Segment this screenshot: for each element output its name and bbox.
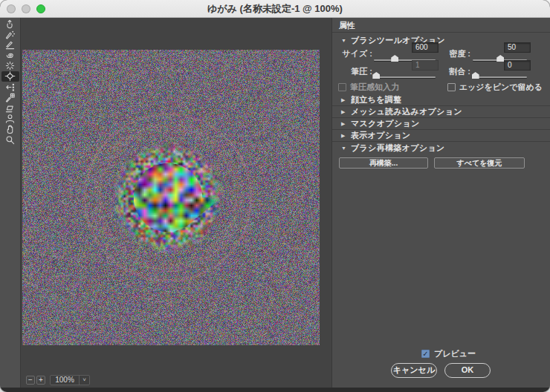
triangle-expanded-icon: ▼ bbox=[341, 38, 349, 43]
stylus-pressure-checkbox: 筆圧感知入力 bbox=[338, 82, 399, 93]
liquify-toolbar bbox=[0, 18, 21, 388]
checkbox-unchecked-icon bbox=[338, 83, 346, 91]
window-title: ゆがみ (名称未設定-1 @ 100%) bbox=[207, 2, 343, 16]
section-mask-options[interactable]: ▶ マスクオプション bbox=[332, 118, 550, 130]
triangle-collapsed-icon: ▶ bbox=[341, 97, 349, 103]
zoom-controls: − + 100% ˅ bbox=[26, 375, 90, 385]
section-load-mesh-options[interactable]: ▶ メッシュ読み込みオプション bbox=[332, 106, 550, 118]
size-label: サイズ : bbox=[337, 48, 372, 59]
close-window-icon[interactable] bbox=[7, 4, 16, 13]
fullscreen-window-icon[interactable] bbox=[36, 4, 45, 13]
cancel-button[interactable]: キャンセル bbox=[391, 363, 437, 378]
reconstruct-button[interactable]: 再構築... bbox=[339, 157, 428, 169]
dialog-body: − + 100% ˅ 属性 ▼ ブラシツールオプション サイズ : 600 密度… bbox=[0, 18, 550, 388]
push-left-tool-button[interactable] bbox=[1, 82, 19, 92]
triangle-collapsed-icon: ▶ bbox=[341, 133, 349, 139]
ok-button[interactable]: OK bbox=[444, 363, 491, 378]
rate-label: 割合 : bbox=[444, 66, 470, 77]
document-canvas[interactable] bbox=[22, 50, 320, 345]
section-view-options[interactable]: ▶ 表示オプション bbox=[332, 130, 550, 142]
triangle-expanded-icon: ▼ bbox=[341, 146, 349, 151]
preview-checkbox[interactable]: ✓ プレビュー bbox=[421, 348, 476, 359]
smooth-tool-button[interactable] bbox=[1, 39, 19, 50]
panel-footer: ✓ プレビュー キャンセル OK bbox=[332, 343, 550, 388]
bloat-tool-button[interactable] bbox=[1, 71, 19, 82]
pressure-slider[interactable] bbox=[374, 72, 436, 79]
triangle-collapsed-icon: ▶ bbox=[341, 121, 349, 127]
minimize-window-icon[interactable] bbox=[22, 4, 30, 13]
pressure-label: 筆圧 : bbox=[337, 66, 372, 77]
zoom-tool-button[interactable] bbox=[1, 134, 19, 145]
liquify-dialog-window: ゆがみ (名称未設定-1 @ 100%) bbox=[0, 0, 550, 392]
panel-title: 属性 bbox=[332, 18, 550, 33]
titlebar: ゆがみ (名称未設定-1 @ 100%) bbox=[0, 0, 550, 18]
thaw-mask-tool-button[interactable] bbox=[1, 103, 19, 114]
twirl-clockwise-tool-button[interactable] bbox=[1, 50, 19, 61]
hand-tool-button[interactable] bbox=[1, 124, 19, 134]
section-brush-reconstruct-options[interactable]: ▼ ブラシ再構築オプション bbox=[332, 142, 550, 154]
pucker-tool-button[interactable] bbox=[1, 61, 19, 71]
face-tool-button[interactable] bbox=[1, 114, 19, 124]
zoom-in-button[interactable]: + bbox=[36, 376, 45, 385]
section-face-aware-liquify[interactable]: ▶ 顔立ちを調整 bbox=[332, 94, 550, 106]
zoom-out-button[interactable]: − bbox=[26, 376, 35, 385]
restore-all-button[interactable]: すべてを復元 bbox=[434, 157, 525, 169]
forward-warp-tool-button[interactable] bbox=[1, 19, 19, 29]
traffic-lights bbox=[7, 4, 45, 13]
checkbox-checked-icon[interactable]: ✓ bbox=[421, 350, 430, 358]
pressure-input: 1 bbox=[412, 60, 439, 71]
density-label: 密度 : bbox=[444, 48, 470, 59]
rate-input[interactable]: 0 bbox=[504, 60, 531, 71]
canvas-viewport: − + 100% ˅ bbox=[21, 18, 331, 388]
checkbox-unchecked-icon[interactable] bbox=[447, 83, 456, 91]
freeze-mask-tool-button[interactable] bbox=[1, 92, 19, 102]
zoom-level-dropdown[interactable]: 100% ˅ bbox=[50, 375, 90, 385]
zoom-level-value: 100% bbox=[51, 376, 79, 385]
rate-slider[interactable] bbox=[473, 72, 527, 79]
window-bottom-edge bbox=[0, 388, 550, 392]
properties-panel: 属性 ▼ ブラシツールオプション サイズ : 600 密度 : 50 筆圧 : … bbox=[331, 18, 550, 388]
reconstruct-tool-button[interactable] bbox=[1, 29, 19, 39]
density-input[interactable]: 50 bbox=[504, 42, 531, 53]
chevron-down-icon: ˅ bbox=[79, 376, 89, 385]
pin-edges-checkbox[interactable]: エッジをピンで留める bbox=[447, 82, 543, 93]
size-input[interactable]: 600 bbox=[412, 42, 439, 53]
triangle-collapsed-icon: ▶ bbox=[341, 109, 349, 115]
